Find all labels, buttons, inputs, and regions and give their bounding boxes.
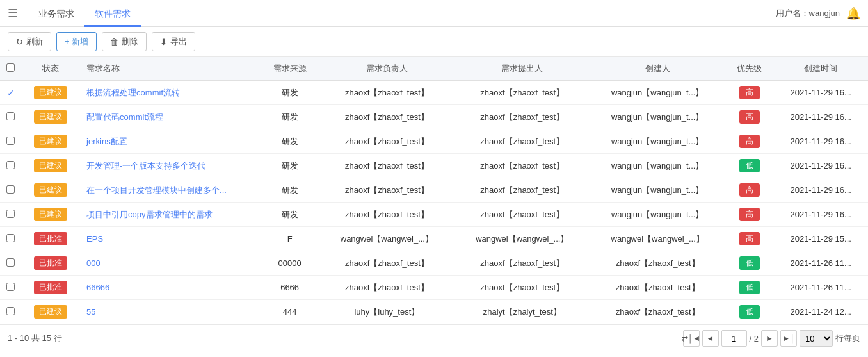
row-checkbox[interactable] [6,258,15,267]
row-priority: 低 [725,154,773,178]
row-priority: 高 [725,81,773,105]
row-name[interactable]: 在一个项目开发管理模块中创建多个... [80,178,260,203]
row-name-link[interactable]: jerkins配置 [86,137,127,146]
row-priority: 高 [725,203,773,227]
row-name-link[interactable]: EPS [86,234,103,244]
status-badge: 已建议 [34,183,67,197]
row-name[interactable]: 配置代码commit流程 [80,105,260,129]
row-status: 已建议 [21,105,80,129]
status-badge: 已建议 [34,159,67,172]
row-assignee: zhaoxf【zhaoxf_test】 [319,81,454,105]
row-creator: wangjun【wangjun_t...】 [590,154,725,178]
row-creator: wangjun【wangjun_t...】 [590,105,725,129]
tab-business[interactable]: 业务需求 [28,0,84,27]
row-name-link[interactable]: 配置代码commit流程 [86,112,163,122]
export-label: 导出 [170,36,187,47]
row-source: 研发 [261,129,319,154]
row-checkbox[interactable] [6,234,15,242]
row-name[interactable]: jerkins配置 [80,129,260,154]
footer: 1 - 10 共 15 行 ⇄│◄ ◄ / 2 ► ►│ 10 20 50 10… [0,324,868,352]
row-assignee: zhaoxf【zhaoxf_test】 [319,105,454,129]
page-input[interactable] [721,330,747,347]
row-submitter: wangwei【wangwei_...】 [454,227,590,251]
add-button[interactable]: + 新增 [56,32,97,51]
page-last-button[interactable]: ►│ [780,330,797,347]
bell-icon[interactable]: 🔔 [846,6,860,21]
row-name-link[interactable]: 55 [86,307,95,317]
row-name-link[interactable]: 在一个项目开发管理模块中创建多个... [86,185,227,195]
row-status: 已建议 [21,154,80,178]
col-name: 需求名称 [80,57,260,81]
row-priority: 低 [725,300,773,324]
row-name-link[interactable]: 项目中引用copy需求管理中的需求 [86,210,212,219]
row-submitter: zhaoxf【zhaoxf_test】 [454,251,590,276]
row-assignee: luhy【luhy_test】 [319,300,454,324]
status-badge: 已建议 [34,135,67,148]
row-name[interactable]: 开发管理-一个版本支持多个迭代 [80,154,260,178]
row-status: 已建议 [21,300,80,324]
per-page-select[interactable]: 10 20 50 100 [800,330,833,347]
row-assignee: zhaoxf【zhaoxf_test】 [319,251,454,276]
row-creator: zhaoxf【zhaoxf_test】 [590,251,725,276]
col-created: 创建时间 [773,57,868,81]
tab-software[interactable]: 软件需求 [84,0,141,27]
row-checkbox[interactable] [6,210,15,218]
row-created: 2021-11-29 16... [773,203,868,227]
delete-button[interactable]: 🗑 删除 [102,32,147,51]
export-button[interactable]: ⬇ 导出 [152,32,195,51]
row-checkbox[interactable] [6,185,15,194]
row-submitter: zhaoxf【zhaoxf_test】 [454,154,590,178]
page-prev-button[interactable]: ◄ [702,330,719,347]
row-submitter: zhaoxf【zhaoxf_test】 [454,276,590,300]
row-status: 已批准 [21,276,80,300]
row-checkbox[interactable] [6,112,15,120]
row-name[interactable]: 000 [80,251,260,276]
row-checkbox-cell [0,300,21,324]
page-first-button[interactable]: ⇄│◄ [683,330,700,347]
row-creator: zhaoxf【zhaoxf_test】 [590,300,725,324]
row-name-link[interactable]: 000 [86,258,100,268]
row-created: 2021-11-29 15... [773,227,868,251]
row-checkbox[interactable] [6,283,15,291]
row-name-link[interactable]: 66666 [86,283,109,292]
priority-badge: 高 [739,208,760,221]
priority-badge: 高 [739,86,760,99]
row-checkbox[interactable] [6,161,15,169]
row-created: 2021-11-24 12... [773,300,868,324]
row-assignee: wangwei【wangwei_...】 [319,227,454,251]
row-name-link[interactable]: 开发管理-一个版本支持多个迭代 [86,161,205,170]
table-row: 已批准00000000zhaoxf【zhaoxf_test】zhaoxf【zha… [0,251,868,276]
table-row: 已批准666666666zhaoxf【zhaoxf_test】zhaoxf【zh… [0,276,868,300]
row-name[interactable]: 66666 [80,276,260,300]
refresh-button[interactable]: ↻ 刷新 [8,32,51,51]
row-source: 444 [261,300,319,324]
row-checkbox-cell [0,178,21,203]
row-name-link[interactable]: 根据流程处理commit流转 [86,88,180,97]
priority-badge: 高 [739,110,760,124]
status-badge: 已批准 [34,281,67,294]
row-name[interactable]: 项目中引用copy需求管理中的需求 [80,203,260,227]
row-status: 已建议 [21,203,80,227]
row-checked-icon[interactable]: ✓ [7,88,15,98]
refresh-label: 刷新 [26,36,43,47]
row-priority: 高 [725,105,773,129]
row-name[interactable]: 55 [80,300,260,324]
status-badge: 已批准 [34,232,67,245]
page-next-button[interactable]: ► [761,330,778,347]
row-checkbox[interactable] [6,137,15,145]
row-checkbox[interactable] [6,307,15,315]
priority-badge: 低 [739,281,760,294]
select-all-checkbox[interactable] [6,63,15,72]
row-creator: wangjun【wangjun_t...】 [590,81,725,105]
col-submitter: 需求提出人 [454,57,590,81]
menu-icon[interactable]: ☰ [8,6,18,21]
status-badge: 已批准 [34,256,67,270]
row-created: 2021-11-29 16... [773,154,868,178]
row-name[interactable]: EPS [80,227,260,251]
status-badge: 已建议 [34,86,67,99]
row-creator: wangjun【wangjun_t...】 [590,129,725,154]
table-row: 已建议项目中引用copy需求管理中的需求研发zhaoxf【zhaoxf_test… [0,203,868,227]
header-right: 用户名：wangjun 🔔 [776,6,860,21]
refresh-icon: ↻ [16,37,23,47]
row-name[interactable]: 根据流程处理commit流转 [80,81,260,105]
